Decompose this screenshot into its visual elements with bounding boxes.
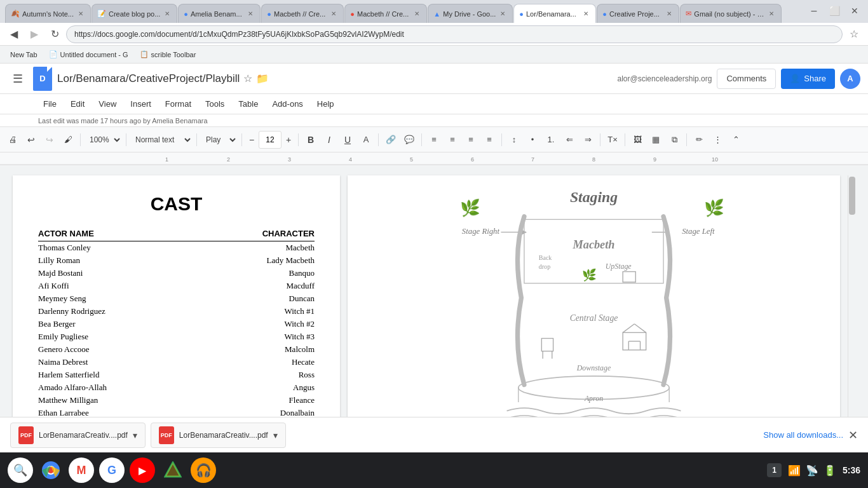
docs-folder-icon[interactable]: 📁 (256, 72, 269, 85)
tab-macbeth2[interactable]: ● Macbeth // Cre... ✕ (344, 4, 427, 23)
menu-file[interactable]: File (37, 97, 63, 111)
tab7-close[interactable]: ✕ (581, 10, 590, 17)
docs-menubar: File Edit View Insert Format Tools Table… (0, 94, 868, 114)
refresh-button[interactable]: ↻ (46, 25, 64, 43)
tab-creative[interactable]: ● Creative Proje... ✕ (597, 4, 679, 23)
taskbar-search[interactable]: 🔍 (8, 458, 33, 483)
actor-name-2: Majd Bostani (38, 267, 195, 280)
taskbar-gmail[interactable]: M (69, 458, 94, 483)
print-button[interactable]: 🖨 (4, 130, 22, 150)
taskbar-chrome[interactable] (38, 458, 64, 483)
docs-title-area: Lor/Benamara/CreativeProject/Playbill ☆ … (57, 72, 613, 85)
menu-addons[interactable]: Add-ons (266, 97, 309, 111)
bookmark-scrible[interactable]: 📋 scrible Toolbar (135, 48, 201, 60)
tab-macbeth1[interactable]: ● Macbeth // Cre... ✕ (261, 4, 344, 23)
scroll-track[interactable] (848, 175, 855, 442)
address-input[interactable] (66, 25, 843, 43)
menu-insert[interactable]: Insert (124, 97, 158, 111)
docs-star-icon[interactable]: ☆ (243, 72, 252, 85)
menu-help[interactable]: Help (311, 97, 341, 111)
character-name-1: Lady Macbeth (195, 254, 315, 267)
window-close[interactable]: ✕ (846, 3, 863, 19)
align-center[interactable]: ≡ (444, 130, 461, 150)
character-name-7: Witch #3 (195, 330, 315, 343)
character-name-12: Fleance (195, 394, 315, 407)
show-all-downloads[interactable]: Show all downloads... (763, 430, 843, 440)
tab9-close[interactable]: ✕ (767, 10, 776, 17)
insert-image[interactable]: 🖼 (628, 130, 646, 150)
insert-table[interactable]: ▦ (647, 130, 665, 150)
insert-columns[interactable]: ⧉ (665, 130, 683, 150)
scroll-thumb[interactable] (849, 177, 855, 215)
tab-gmail[interactable]: ✉ Gmail (no subject) - a... ✕ (680, 4, 782, 23)
list-number[interactable]: 1. (542, 130, 560, 150)
tab3-close[interactable]: ✕ (246, 10, 255, 17)
line-spacing[interactable]: ↕ (505, 130, 523, 150)
indent-increase[interactable]: ⇒ (579, 130, 597, 150)
taskbar-youtube[interactable]: ▶ (130, 458, 155, 483)
menu-view[interactable]: View (92, 97, 123, 111)
collapse-toolbar[interactable]: ⌃ (727, 130, 745, 150)
comments-button[interactable]: Comments (717, 69, 776, 89)
menu-format[interactable]: Format (159, 97, 198, 111)
list-bullet[interactable]: • (524, 130, 541, 150)
taskbar: 🔍 M G ▶ 🎧 1 📶 📡 🔋 (0, 452, 868, 488)
tab-blog[interactable]: 📝 Create blog po... ✕ (92, 4, 177, 23)
download2-arrow[interactable]: ▾ (273, 430, 278, 440)
paint-format-button[interactable]: 🖌 (59, 130, 77, 150)
underline-button[interactable]: U (339, 130, 356, 150)
bookmark-star[interactable]: ☆ (845, 25, 863, 43)
tab1-favicon: 🍂 (11, 10, 20, 18)
tab1-close[interactable]: ✕ (76, 10, 85, 17)
align-left[interactable]: ≡ (425, 130, 443, 150)
tab8-close[interactable]: ✕ (665, 10, 674, 17)
bookmark-untitled[interactable]: 📄 Untitled document - G (44, 48, 133, 60)
tab5-close[interactable]: ✕ (412, 10, 421, 17)
undo-button[interactable]: ↩ (22, 130, 40, 150)
zoom-select[interactable]: 100% (84, 131, 123, 149)
redo-button[interactable]: ↪ (41, 130, 58, 150)
draw-button[interactable]: ✏ (690, 130, 708, 150)
menu-table[interactable]: Table (232, 97, 264, 111)
window-maximize[interactable]: ⬜ (826, 3, 843, 19)
tab-drive[interactable]: ▲ My Drive - Goo... ✕ (428, 4, 513, 23)
tab6-close[interactable]: ✕ (498, 10, 507, 17)
font-size-increase[interactable]: + (282, 130, 295, 150)
clear-format[interactable]: T× (604, 130, 621, 150)
indent-decrease[interactable]: ⇐ (560, 130, 578, 150)
tab4-close[interactable]: ✕ (329, 10, 338, 17)
tab-amelia[interactable]: ● Amelia Benam... ✕ (178, 4, 261, 23)
user-avatar[interactable]: A (840, 69, 860, 89)
downloads-close-icon[interactable]: ✕ (848, 428, 858, 442)
forward-button[interactable]: ▶ (25, 25, 43, 43)
download-item-1[interactable]: PDF LorBenamaraCreativ....pdf ▾ (10, 423, 146, 448)
share-button[interactable]: 👤 Share (781, 69, 835, 89)
align-right[interactable]: ≡ (462, 130, 480, 150)
tab-autumn[interactable]: 🍂 Autumn's Note... ✕ (5, 4, 91, 23)
toolbar-divider7 (421, 133, 422, 146)
menu-edit[interactable]: Edit (64, 97, 91, 111)
taskbar-headphones[interactable]: 🎧 (191, 458, 216, 483)
tab2-close[interactable]: ✕ (163, 10, 172, 17)
back-button[interactable]: ◀ (5, 25, 23, 43)
window-minimize[interactable]: – (806, 3, 822, 19)
hamburger-menu[interactable]: ☰ (8, 69, 28, 89)
download-item-2[interactable]: PDF LorBenamaraCreativ....pdf ▾ (151, 423, 286, 448)
more-tools[interactable]: ⋮ (709, 130, 726, 150)
comment-button[interactable]: 💬 (400, 130, 418, 150)
link-button[interactable]: 🔗 (382, 130, 400, 150)
italic-button[interactable]: I (320, 130, 338, 150)
font-select[interactable]: Play (200, 131, 238, 149)
taskbar-drive[interactable] (160, 458, 186, 483)
bold-button[interactable]: B (302, 130, 320, 150)
font-size-decrease[interactable]: − (245, 130, 258, 150)
font-color-button[interactable]: A (357, 130, 375, 150)
taskbar-google[interactable]: G (99, 458, 125, 483)
align-justify[interactable]: ≡ (480, 130, 498, 150)
download1-arrow[interactable]: ▾ (133, 430, 137, 440)
tab-lor-active[interactable]: ● Lor/Benamara... ✕ (513, 4, 596, 23)
style-select[interactable]: Normal text (130, 131, 193, 149)
font-size-input[interactable] (259, 131, 281, 149)
bookmark-new-tab[interactable]: New Tab (5, 49, 43, 60)
menu-tools[interactable]: Tools (199, 97, 231, 111)
